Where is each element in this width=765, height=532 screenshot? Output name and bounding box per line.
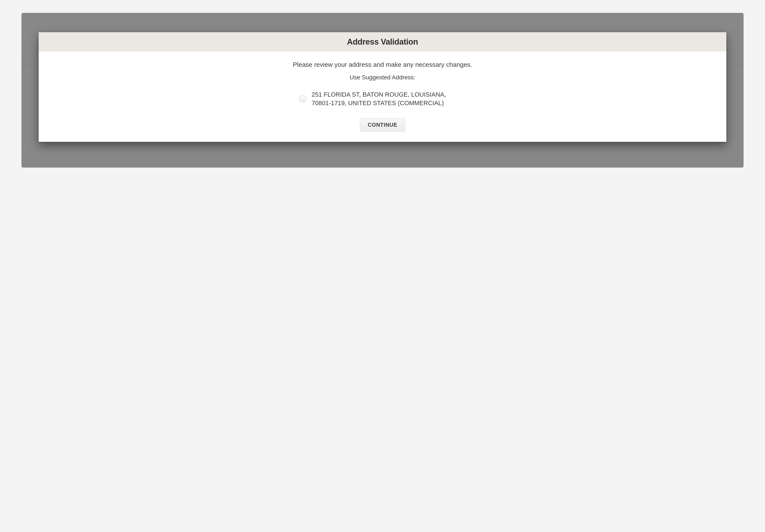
modal-title: Address Validation (43, 37, 722, 47)
suggested-address-text: 251 FLORIDA ST, BATON ROUGE, LOUISIANA, … (312, 90, 466, 108)
suggested-address-prompt: Use Suggested Address: (51, 74, 714, 81)
suggested-address-option[interactable]: 251 FLORIDA ST, BATON ROUGE, LOUISIANA, … (299, 90, 466, 108)
page: Address Validation Please review your ad… (0, 0, 765, 193)
modal-backdrop: Address Validation Please review your ad… (21, 13, 744, 168)
continue-button[interactable]: CONTINUE (360, 118, 405, 132)
modal-header: Address Validation (39, 32, 726, 51)
address-validation-modal: Address Validation Please review your ad… (39, 32, 726, 142)
instruction-text: Please review your address and make any … (51, 60, 714, 69)
radio-icon[interactable] (299, 95, 307, 103)
modal-body: Please review your address and make any … (39, 51, 726, 142)
